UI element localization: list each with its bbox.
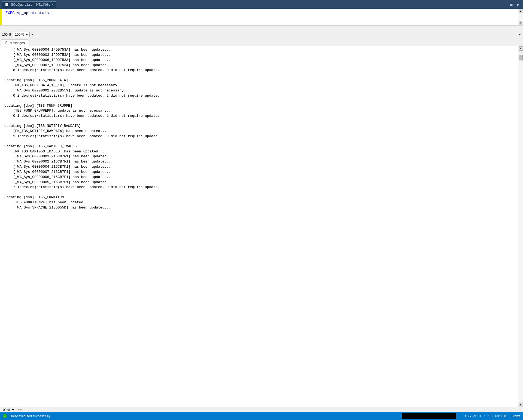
message-line: [_WA_Sys_00000005_216CB7F1] has been upd… (0, 180, 518, 185)
message-line: Updating [dbo].[TBS_FUNK_GRUPPE] (0, 103, 518, 109)
message-line: [_WA_Sys_00000003_1FD9753A] has been upd… (0, 53, 518, 58)
status-check-icon: ✓ (3, 414, 7, 418)
message-line: [_WA_Sys_00000002_216CB7F1] has been upd… (0, 159, 518, 164)
message-line: Updating [dbo].[TBS_CAMT053_IMAGES] (0, 144, 518, 149)
editor-content[interactable]: EXEC sp_updatestats; (2, 9, 518, 25)
editor-line-1-rest: sp_updatestats; (15, 11, 51, 15)
pin-button[interactable]: ☰ (508, 2, 514, 7)
messages-tab[interactable]: 🗒 Messages (1, 39, 28, 46)
editor-gutter (0, 9, 2, 25)
message-line: Updating [dbo].[TBS_NOTIFIY_RAWDATA] (0, 124, 518, 129)
scroll-track (518, 13, 523, 21)
msg-scroll-track (518, 60, 523, 403)
bottom-zoom-value: 100 % (1, 408, 10, 412)
bottom-scrollbar: 100 % ▼ ◄ ► (0, 407, 523, 412)
bottom-left-arrow[interactable]: ◄ (18, 409, 19, 411)
zoom-dropdown[interactable]: 100 % 75 % 125 % 150 % (13, 32, 30, 37)
message-line: [_WA_Sys_00000006_1FD9753A] has been upd… (0, 58, 518, 63)
msg-scroll-down-button[interactable]: ▼ (519, 403, 523, 407)
status-black-box (402, 413, 456, 419)
status-bar: ✓ Query executed successfully. TBS_POST_… (0, 412, 523, 420)
bottom-zoom-arrow[interactable]: ▼ (11, 408, 15, 412)
messages-icon: 🗒 (5, 41, 8, 45)
message-line: [TBS_FUNK_GRUPPEPK], update is not neces… (0, 108, 518, 114)
title-bar-controls: ☰ ▶ (508, 2, 521, 7)
editor-scrollbar-right[interactable]: ▲ ▼ (518, 9, 523, 25)
message-line: 0 index(es)/statistic(s) have been updat… (0, 93, 518, 99)
status-success-text: Query executed successfully. (9, 414, 51, 418)
status-rows: 0 rows (511, 414, 520, 418)
scroll-up-button[interactable]: ▲ (519, 9, 523, 13)
message-line: 0 index(es)/statistic(s) have been updat… (0, 114, 518, 119)
bottom-zoom: 100 % ▼ (1, 408, 15, 412)
message-spacer (0, 190, 518, 193)
message-line: [PK_TBS_NOTIFIY_RAWDATA] has been update… (0, 129, 518, 134)
scroll-right-button[interactable]: ▶ (516, 2, 521, 7)
bottom-right-arrow[interactable]: ► (20, 409, 22, 411)
message-line: [_WA_Sys_00000003_216CB7F1] has been upd… (0, 154, 518, 159)
hscroll-left-button[interactable]: ◀ (31, 33, 33, 36)
message-spacer (0, 119, 518, 121)
message-line: Updating [dbo].[TBS_FUNKTION] (0, 195, 518, 200)
messages-tab-label: Messages (10, 41, 25, 45)
title-bar: 📄 SQLQuery1.sql - NT...ING\ × ☰ ▶ (0, 0, 523, 9)
message-line: [_WA_Sys_00000002_2082B559], update is n… (0, 88, 518, 93)
editor-hscrollbar (0, 25, 523, 31)
editor-line-2 (5, 15, 515, 20)
keyword-exec: EXEC (5, 11, 15, 15)
message-line: 8 index(es)/statistic(s) have been updat… (0, 68, 518, 73)
messages-scrollbar[interactable]: ▲ ▼ (518, 46, 523, 407)
tab-close-button[interactable]: × (52, 3, 53, 6)
messages-tab-bar: 🗒 Messages (0, 38, 523, 46)
message-line: Updating [dbo].[TBS_PHONEDATA] (0, 78, 518, 83)
editor-area: EXEC sp_updatestats; ▲ ▼ (0, 9, 523, 25)
status-success: ✓ Query executed successfully. (3, 414, 51, 418)
message-line: 7 index(es)/statistic(s) have been updat… (0, 185, 518, 190)
status-server: TBS_POST_7_7_0 (464, 414, 492, 418)
message-line: [_WA_Sys_00000007_216CB7F1] has been upd… (0, 170, 518, 175)
message-line: [PK_TBS_PHONEDATA_1__10], update is not … (0, 83, 518, 88)
msg-scroll-thumb[interactable] (519, 55, 523, 60)
msg-scroll-up-button[interactable]: ▲ (519, 46, 523, 51)
message-line: [_WA_Sys_00000006_216CB7F1] has been upd… (0, 175, 518, 180)
status-time: 00:00:01 (495, 414, 508, 418)
message-line: [_WA_Sys_00000004_1FD9753A] has been upd… (0, 47, 518, 53)
message-line: [_WA_Sys_00000007_1FD9753A] has been upd… (0, 63, 518, 68)
bottom-hscroll: ◄ ► (18, 408, 22, 412)
message-spacer (0, 73, 518, 76)
hscroll-right-button[interactable]: ▶ (519, 33, 521, 36)
zoom-value: 100 % (2, 33, 11, 36)
message-spacer (0, 139, 518, 142)
message-line: [TBS_FUNKTIONPK] has been updated... (0, 200, 518, 205)
message-line: [ WA_Sys_SPRACHE_21B6055D] has been upda… (0, 205, 518, 210)
tab-label: SQLQuery1.sql - NT...ING\ (11, 3, 50, 7)
message-line: [PK_TBS_CAMT053_IMAGES] has been updated… (0, 149, 518, 154)
zoom-bar: 100 % 100 % 75 % 125 % 150 % ◀ ▶ (0, 31, 523, 38)
messages-content: [_WA_Sys_00000004_1FD9753A] has been upd… (0, 46, 518, 407)
file-icon: 📄 (5, 3, 9, 6)
message-line: [_WA_Sys_00000004_216CB7F1] has been upd… (0, 164, 518, 170)
editor-line-1: EXEC sp_updatestats; (5, 11, 515, 15)
message-spacer (0, 99, 518, 101)
editor-tab[interactable]: 📄 SQLQuery1.sql - NT...ING\ × (2, 1, 56, 8)
messages-output: [_WA_Sys_00000004_1FD9753A] has been upd… (0, 46, 523, 407)
message-line: 1 index(es)/statistic(s) have been updat… (0, 134, 518, 139)
scroll-down-button[interactable]: ▼ (519, 21, 523, 25)
